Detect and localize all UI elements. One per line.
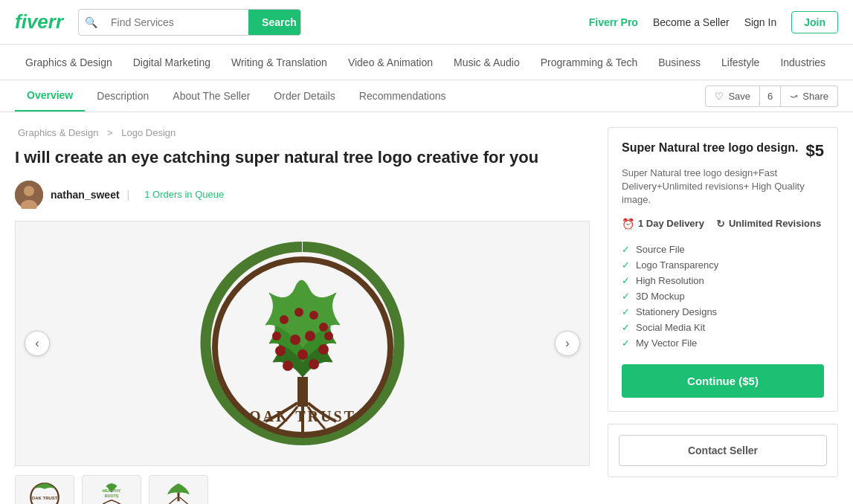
package-card: Super Natural tree logo design. $5 Super… — [608, 127, 838, 412]
thumb-1-svg: OAK TRUST — [22, 479, 67, 504]
svg-rect-23 — [178, 493, 180, 501]
svg-text:OAK TRUST: OAK TRUST — [32, 496, 58, 500]
share-label: Share — [802, 91, 828, 102]
package-price: $5 — [806, 141, 824, 161]
breadcrumb-child[interactable]: Logo Design — [121, 127, 176, 138]
contact-seller-button[interactable]: Contact Seller — [619, 435, 827, 466]
svg-text:ROOTS: ROOTS — [105, 494, 119, 498]
thumbnails: OAK TRUST HEALTHY ROOTS TREE CO — [15, 475, 590, 504]
package-meta: ⏰ 1 Day Delivery ↻ Unlimited Revisions — [622, 218, 824, 230]
search-button[interactable]: Search — [248, 9, 301, 36]
delivery-meta: ⏰ 1 Day Delivery — [622, 218, 704, 230]
gig-title: I will create an eye catching super natu… — [15, 147, 590, 169]
breadcrumb-separator: > — [107, 127, 115, 138]
check-icon: ✓ — [622, 322, 630, 333]
package-name: Super Natural tree logo design. — [622, 141, 798, 155]
carousel-next[interactable]: › — [555, 331, 580, 356]
svg-point-16 — [309, 311, 318, 320]
become-seller-link[interactable]: Become a Seller — [653, 16, 730, 28]
save-count: 6 — [760, 85, 781, 107]
logo[interactable]: fiverr — [15, 10, 63, 33]
breadcrumb-parent[interactable]: Graphics & Design — [18, 127, 98, 138]
svg-text:OAK TRUST: OAK TRUST — [249, 408, 356, 424]
svg-point-17 — [319, 323, 328, 332]
orders-in-queue[interactable]: 1 Orders in Queue — [144, 189, 224, 200]
thumb-3-svg: TREE CO — [156, 479, 201, 504]
check-icon: ✓ — [622, 244, 630, 255]
right-panel: Super Natural tree logo design. $5 Super… — [608, 127, 838, 504]
avatar[interactable] — [15, 181, 43, 209]
thumbnail-1[interactable]: OAK TRUST — [15, 475, 74, 504]
svg-point-8 — [318, 344, 329, 355]
svg-point-7 — [305, 331, 315, 341]
check-icon: ✓ — [622, 291, 630, 302]
save-button[interactable]: ♡ Save — [705, 85, 760, 107]
tab-recommendations[interactable]: Recommendations — [347, 81, 458, 111]
nav-industries[interactable]: Industries — [770, 45, 836, 80]
main-container: Graphics & Design > Logo Design I will c… — [0, 112, 853, 504]
nav-graphics-design[interactable]: Graphics & Design — [15, 45, 123, 80]
check-icon: ✓ — [622, 306, 630, 317]
main-image: OAK TRUST — [184, 232, 422, 455]
nav-digital-marketing[interactable]: Digital Marketing — [123, 45, 221, 80]
nav-writing-translation[interactable]: Writing & Translation — [221, 45, 338, 80]
thumbnail-3[interactable]: TREE CO — [149, 475, 208, 504]
svg-point-1 — [24, 186, 34, 196]
save-label: Save — [728, 91, 750, 102]
svg-rect-4 — [297, 377, 308, 407]
svg-point-12 — [272, 332, 281, 340]
feature-stationery: ✓ Stationery Designs — [622, 304, 824, 320]
header-right: Fiverr Pro Become a Seller Sign In Join — [589, 11, 838, 33]
svg-point-6 — [290, 335, 300, 345]
search-icon: 🔍 — [79, 16, 103, 28]
svg-point-10 — [309, 359, 319, 369]
contact-card: Contact Seller — [608, 424, 838, 477]
feature-vector-file: ✓ My Vector File — [622, 335, 824, 351]
search-input[interactable] — [103, 16, 248, 28]
thumb-2-svg: HEALTHY ROOTS — [89, 479, 134, 504]
revisions-meta: ↻ Unlimited Revisions — [716, 218, 821, 230]
tab-order-details[interactable]: Order Details — [262, 81, 347, 111]
carousel-prev[interactable]: ‹ — [25, 331, 50, 356]
seller-name[interactable]: nathan_sweet — [51, 189, 120, 201]
join-button[interactable]: Join — [791, 11, 838, 33]
continue-button[interactable]: Continue ($5) — [622, 364, 824, 398]
sign-in-link[interactable]: Sign In — [744, 16, 777, 28]
avatar-svg — [15, 181, 43, 209]
feature-label: Stationery Designs — [636, 306, 717, 317]
share-button[interactable]: ⤻ Share — [781, 85, 838, 107]
package-header: Super Natural tree logo design. $5 — [622, 141, 824, 161]
feature-3d-mockup: ✓ 3D Mockup — [622, 288, 824, 304]
nav-programming-tech[interactable]: Programming & Tech — [530, 45, 648, 80]
nav-music-audio[interactable]: Music & Audio — [443, 45, 530, 80]
header: fiverr 🔍 Search Fiverr Pro Become a Sell… — [0, 0, 853, 45]
check-icon: ✓ — [622, 275, 630, 286]
feature-label: My Vector File — [636, 337, 697, 349]
tab-about-seller[interactable]: About The Seller — [161, 81, 262, 111]
thumbnail-2[interactable]: HEALTHY ROOTS — [82, 475, 141, 504]
seller-info: nathan_sweet | 1 Orders in Queue — [15, 181, 590, 209]
feature-source-file: ✓ Source File — [622, 242, 824, 257]
nav-bar: Graphics & Design Digital Marketing Writ… — [0, 45, 853, 80]
tab-description[interactable]: Description — [85, 81, 161, 111]
feature-high-resolution: ✓ High Resolution — [622, 273, 824, 288]
svg-point-9 — [283, 361, 293, 371]
clock-icon: ⏰ — [622, 218, 634, 230]
nav-business[interactable]: Business — [648, 45, 711, 80]
svg-point-13 — [324, 332, 333, 340]
image-carousel: ‹ — [15, 221, 590, 466]
nav-lifestyle[interactable]: Lifestyle — [711, 45, 770, 80]
feature-logo-transparency: ✓ Logo Transparency — [622, 257, 824, 273]
tabs-bar: Overview Description About The Seller Or… — [0, 80, 853, 112]
delivery-label: 1 Day Delivery — [638, 218, 704, 229]
feature-label: 3D Mockup — [636, 291, 685, 302]
tab-overview[interactable]: Overview — [15, 80, 85, 112]
breadcrumb: Graphics & Design > Logo Design — [15, 127, 590, 138]
tabs-actions: ♡ Save 6 ⤻ Share — [705, 85, 838, 107]
left-panel: Graphics & Design > Logo Design I will c… — [15, 127, 590, 504]
fiverr-pro-link[interactable]: Fiverr Pro — [589, 16, 638, 28]
check-icon: ✓ — [622, 337, 630, 349]
nav-video-animation[interactable]: Video & Animation — [338, 45, 443, 80]
svg-point-14 — [280, 315, 289, 324]
heart-icon: ♡ — [715, 91, 724, 102]
